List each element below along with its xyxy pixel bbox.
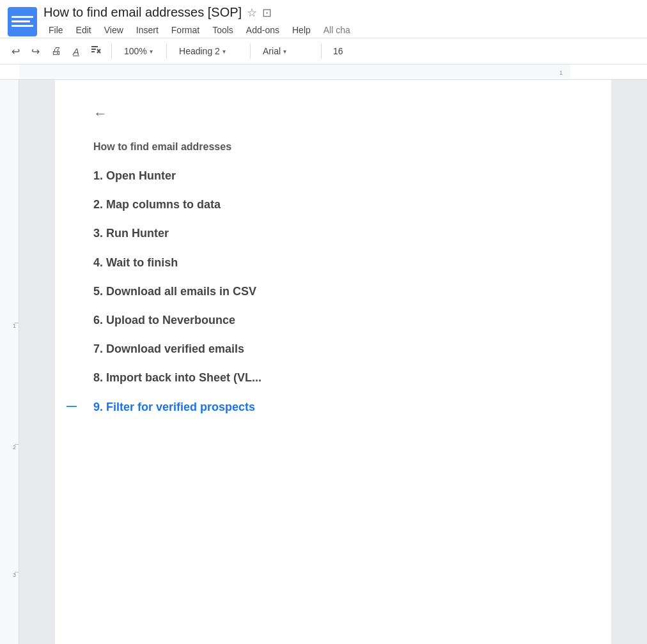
ruler-label-1: 1 <box>559 70 563 76</box>
star-icon[interactable]: ☆ <box>247 6 257 20</box>
menu-addons[interactable]: Add-ons <box>241 22 285 38</box>
toc-number-7: 7. <box>93 342 106 355</box>
toc-number-3: 3. <box>93 227 106 240</box>
toc-number-4: 4. <box>93 256 106 269</box>
toc-list: 1. Open Hunter 2. Map columns to data 3.… <box>93 168 573 415</box>
print-button[interactable]: 🖨 <box>47 43 65 59</box>
folder-icon[interactable]: ⊡ <box>262 6 272 20</box>
ruler-mark-1: 1 <box>13 323 16 329</box>
font-size-display[interactable]: 16 <box>328 43 348 59</box>
toolbar-divider-2 <box>166 43 167 59</box>
redo-button[interactable]: ↪ <box>27 43 43 60</box>
toc-text-5: Download all emails in CSV <box>106 285 256 298</box>
menu-bar: File Edit View Insert Format Tools Add-o… <box>43 22 639 38</box>
style-value: Heading 2 <box>179 46 220 56</box>
toolbar: ↩ ↪ 🖨 A 100% ▾ Heading 2 ▾ Arial ▾ <box>0 38 647 65</box>
svg-rect-2 <box>91 51 95 52</box>
undo-icon: ↩ <box>12 45 20 57</box>
font-select[interactable]: Arial ▾ <box>257 43 315 59</box>
toc-text-2: Map columns to data <box>106 198 221 211</box>
horizontal-ruler: 1 <box>0 65 647 80</box>
doc-heading: How to find email addresses <box>93 141 573 153</box>
main-area: 1 2 3 ← How to find email addresses 1. O… <box>0 80 647 644</box>
toc-text-4: Wait to finish <box>106 256 178 269</box>
style-dropdown-arrow: ▾ <box>222 48 226 55</box>
doc-icon <box>8 7 37 36</box>
toc-item-9[interactable]: — 9. Filter for verified prospects <box>93 399 573 415</box>
menu-tools[interactable]: Tools <box>207 22 238 38</box>
toc-item-7[interactable]: 7. Download verified emails <box>93 341 573 357</box>
toc-item-4[interactable]: 4. Wait to finish <box>93 255 573 271</box>
print-icon: 🖨 <box>51 45 61 57</box>
toc-text-3: Run Hunter <box>106 227 169 240</box>
ruler-mark-3: 3 <box>13 572 16 578</box>
toc-item-6[interactable]: 6. Upload to Neverbounce <box>93 312 573 328</box>
font-value: Arial <box>263 46 281 56</box>
toc-item-1[interactable]: 1. Open Hunter <box>93 168 573 184</box>
doc-title[interactable]: How to find email addresses [SOP] <box>43 5 242 20</box>
toc-number-8: 8. <box>93 371 106 384</box>
toc-text-8: Import back into Sheet (VL... <box>106 371 261 384</box>
zoom-select[interactable]: 100% ▾ <box>118 43 160 59</box>
toolbar-divider-1 <box>111 43 112 59</box>
doc-scroll[interactable]: ← How to find email addresses 1. Open Hu… <box>19 80 647 644</box>
toc-item-2[interactable]: 2. Map columns to data <box>93 197 573 213</box>
title-bar: How to find email addresses [SOP] ☆ ⊡ Fi… <box>0 0 647 38</box>
doc-page: ← How to find email addresses 1. Open Hu… <box>55 80 611 644</box>
toc-number-9: 9. <box>93 401 106 413</box>
toolbar-divider-4 <box>321 43 322 59</box>
menu-view[interactable]: View <box>99 22 129 38</box>
ruler-mark-2: 2 <box>13 444 16 450</box>
redo-icon: ↪ <box>31 45 40 57</box>
zoom-dropdown-arrow: ▾ <box>150 48 153 55</box>
toolbar-divider-3 <box>250 43 251 59</box>
left-ruler: 1 2 3 <box>0 80 19 644</box>
toc-item-8[interactable]: 8. Import back into Sheet (VL... <box>93 370 573 386</box>
menu-help[interactable]: Help <box>287 22 316 38</box>
toc-number-2: 2. <box>93 198 106 211</box>
menu-file[interactable]: File <box>43 22 68 38</box>
format-clear-icon <box>91 45 101 57</box>
menu-edit[interactable]: Edit <box>71 22 97 38</box>
menu-insert[interactable]: Insert <box>131 22 164 38</box>
zoom-value: 100% <box>124 46 147 56</box>
svg-rect-0 <box>91 46 98 47</box>
toc-text-6: Upload to Neverbounce <box>106 314 235 326</box>
svg-rect-1 <box>91 49 96 50</box>
style-select[interactable]: Heading 2 ▾ <box>173 43 244 59</box>
toc-text-9: Filter for verified prospects <box>106 401 255 413</box>
toc-number-6: 6. <box>93 314 106 326</box>
active-indicator: — <box>66 399 77 413</box>
all-changes-label: All cha <box>318 22 355 38</box>
toc-number-5: 5. <box>93 285 106 298</box>
font-dropdown-arrow: ▾ <box>283 48 286 55</box>
toc-text-1: Open Hunter <box>106 169 176 182</box>
back-arrow-button[interactable]: ← <box>93 105 573 122</box>
undo-button[interactable]: ↩ <box>8 43 24 60</box>
format-clear-button[interactable] <box>87 42 105 60</box>
menu-format[interactable]: Format <box>166 22 205 38</box>
title-section: How to find email addresses [SOP] ☆ ⊡ Fi… <box>43 5 639 38</box>
toc-text-7: Download verified emails <box>106 342 244 355</box>
paint-format-button[interactable]: A <box>69 43 83 59</box>
toc-item-5[interactable]: 5. Download all emails in CSV <box>93 284 573 300</box>
toc-number-1: 1. <box>93 169 106 182</box>
toc-item-3[interactable]: 3. Run Hunter <box>93 226 573 241</box>
paint-format-icon: A <box>73 46 79 57</box>
